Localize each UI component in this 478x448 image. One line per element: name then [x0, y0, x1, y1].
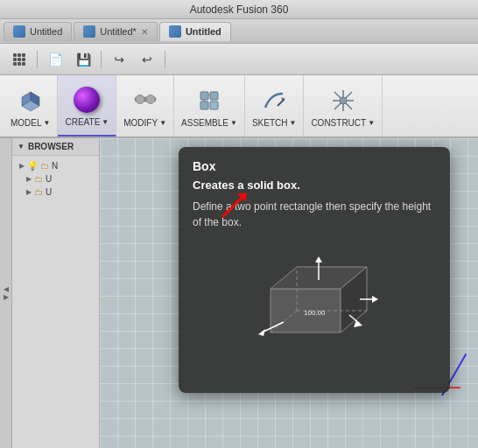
- tab-label-1: Untitled: [30, 26, 62, 37]
- ribbon-construct[interactable]: CONSTRUCT ▼: [304, 75, 383, 136]
- undo-icon: ↩: [114, 52, 124, 66]
- file-button[interactable]: 📄: [43, 47, 67, 72]
- ribbon-create[interactable]: CREATE ▼: [58, 75, 116, 136]
- construct-icon-container: [327, 85, 359, 116]
- browser-tree: ▶ 💡 🗀 N ▶ 🗀 U ▶ 🗀 U: [12, 156, 99, 448]
- tree-icon-2: 🗀: [34, 174, 43, 184]
- tree-icon-3: 🗀: [34, 187, 43, 197]
- tab-icon-1: [13, 25, 25, 38]
- tab-untitled-2[interactable]: Untitled* ✕: [74, 22, 158, 41]
- tab-icon-2: [83, 25, 95, 38]
- assemble-icon: [193, 85, 225, 116]
- app-title: Autodesk Fusion 360: [190, 4, 289, 16]
- viewport[interactable]: Box Creates a solid box. Define a two po…: [100, 138, 478, 448]
- browser-header: ▼ BROWSER: [12, 138, 99, 156]
- save-icon: 💾: [76, 52, 91, 66]
- svg-rect-9: [210, 102, 218, 109]
- create-arrow: ▼: [102, 118, 109, 126]
- modify-arrow: ▼: [159, 119, 166, 127]
- svg-marker-32: [372, 296, 378, 303]
- browser-item-3[interactable]: ▶ 🗀 U: [16, 186, 95, 199]
- browser-title: BROWSER: [28, 142, 74, 151]
- ribbon: MODEL ▼ CREATE ▼ MODIFY ▼: [0, 75, 478, 138]
- svg-point-16: [340, 97, 347, 104]
- svg-point-5: [146, 94, 155, 103]
- model-icon: [15, 85, 46, 116]
- toolbar-separator-1: [37, 51, 38, 68]
- create-icon: [71, 84, 102, 116]
- create-sphere: [74, 87, 100, 113]
- sketch-icon: [258, 85, 290, 116]
- tree-label-3: U: [46, 187, 52, 197]
- tree-arrow-2: ▶: [26, 175, 32, 183]
- tree-folder-1: 🗀: [40, 161, 49, 171]
- svg-marker-34: [258, 329, 265, 336]
- svg-rect-6: [200, 92, 208, 100]
- svg-text:100.00: 100.00: [304, 309, 326, 317]
- modify-icon: [130, 85, 161, 116]
- browser-panel: ▼ BROWSER ▶ 💡 🗀 N ▶ 🗀 U ▶ 🗀 U: [12, 138, 100, 448]
- sketch-svg: [260, 87, 288, 115]
- create-label: CREATE ▼: [65, 117, 109, 127]
- chevron-down-icon: ▼: [18, 143, 25, 150]
- tree-arrow-3: ▶: [26, 188, 32, 196]
- title-bar: Autodesk Fusion 360: [0, 0, 478, 19]
- construct-svg: [329, 87, 357, 115]
- construct-arrow: ▼: [368, 119, 375, 127]
- chevron-left-icon: ◀: [4, 285, 9, 293]
- svg-point-4: [136, 94, 144, 103]
- redo-button[interactable]: ↩: [135, 47, 159, 72]
- browser-item-2[interactable]: ▶ 🗀 U: [16, 172, 95, 186]
- tab-icon-3: [169, 25, 181, 38]
- ribbon-model[interactable]: MODEL ▼: [4, 75, 58, 136]
- redo-icon: ↩: [142, 52, 152, 66]
- grid-icon: [13, 53, 25, 66]
- tree-label-2: U: [46, 174, 52, 184]
- svg-rect-8: [200, 102, 208, 109]
- svg-marker-36: [354, 320, 362, 327]
- construct-label: CONSTRUCT ▼: [311, 118, 375, 128]
- save-button[interactable]: 💾: [71, 47, 95, 72]
- tooltip-popup: Box Creates a solid box. Define a two po…: [179, 147, 450, 393]
- ribbon-modify[interactable]: MODIFY ▼: [116, 75, 174, 136]
- svg-rect-7: [210, 92, 218, 100]
- red-arrow-svg: [215, 189, 250, 224]
- tab-untitled-1[interactable]: Untitled: [4, 22, 72, 41]
- tab-untitled-3[interactable]: Untitled: [159, 22, 231, 41]
- model-arrow: ▼: [44, 119, 51, 127]
- box-illustration: 100.00: [193, 241, 436, 381]
- toolbar-separator-3: [165, 51, 165, 68]
- tree-arrow-1: ▶: [19, 162, 25, 170]
- tab-close-2[interactable]: ✕: [141, 27, 148, 37]
- panel-collapse-left[interactable]: ◀ ▶: [0, 138, 12, 448]
- ribbon-sketch[interactable]: SKETCH ▼: [245, 75, 304, 136]
- tab-label-3: Untitled: [186, 26, 221, 37]
- svg-marker-30: [315, 256, 322, 262]
- ribbon-assemble[interactable]: ASSEMBLE ▼: [174, 75, 245, 136]
- tab-bar: Untitled Untitled* ✕ Untitled: [0, 19, 478, 44]
- undo-button[interactable]: ↩: [107, 47, 131, 72]
- model-cube-svg: [15, 85, 46, 116]
- assemble-label: ASSEMBLE ▼: [181, 118, 237, 128]
- file-icon: 📄: [48, 52, 63, 66]
- modify-label: MODIFY ▼: [123, 118, 166, 128]
- box-illustration-svg: 100.00: [227, 245, 402, 376]
- tab-label-2: Untitled*: [100, 26, 137, 37]
- sketch-arrow: ▼: [289, 119, 296, 127]
- chevron-right-icon: ▶: [4, 293, 9, 301]
- tree-icon-1: 💡: [27, 161, 38, 171]
- assemble-arrow: ▼: [230, 119, 237, 127]
- tree-label-1: N: [52, 161, 58, 171]
- apps-button[interactable]: [7, 47, 32, 72]
- modify-svg: [131, 87, 159, 115]
- tooltip-title: Box: [193, 159, 436, 173]
- assemble-svg: [195, 87, 223, 115]
- toolbar-separator-2: [101, 51, 102, 68]
- model-label: MODEL ▼: [11, 118, 50, 128]
- browser-item-1[interactable]: ▶ 💡 🗀 N: [16, 159, 95, 172]
- toolbar: 📄 💾 ↩ ↩: [0, 44, 478, 75]
- sketch-label: SKETCH ▼: [252, 118, 296, 128]
- main-area: ◀ ▶ ▼ BROWSER ▶ 💡 🗀 N ▶ 🗀 U ▶ 🗀 U: [0, 138, 478, 448]
